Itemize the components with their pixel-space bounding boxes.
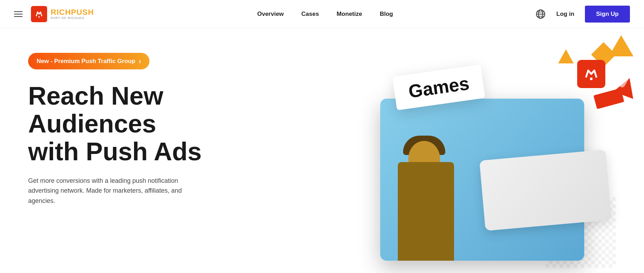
- navbar: RICHPUSH PART OF RICHADS Overview Cases …: [0, 0, 644, 28]
- nav-links: Overview Cases Monetize Blog: [115, 11, 535, 18]
- hero-visual: Games: [327, 28, 644, 273]
- badge-chevron: ›: [139, 57, 141, 65]
- circle-shape-1: [449, 232, 468, 252]
- cards-area: Games: [352, 49, 616, 268]
- svg-point-8: [590, 77, 593, 80]
- circle-shape-2: [543, 217, 556, 231]
- login-link[interactable]: Log in: [556, 11, 574, 18]
- red-triangle-1: [613, 74, 639, 99]
- hero-section: New - Premium Push Traffic Group › Reach…: [0, 28, 644, 273]
- nav-blog[interactable]: Blog: [380, 11, 393, 18]
- hero-title: Reach New Audiences with Push Ads: [28, 82, 202, 166]
- games-card: Games: [393, 64, 485, 110]
- character-soldier: [387, 148, 465, 261]
- logo-text: RICHPUSH PART OF RICHADS: [51, 8, 94, 20]
- richpush-phone-badge: [577, 60, 605, 88]
- triangle-shape-2: [582, 63, 602, 80]
- triangle-right-1: [440, 127, 454, 144]
- nav-overview[interactable]: Overview: [257, 11, 284, 18]
- signup-button[interactable]: Sign Up: [585, 6, 630, 23]
- logo[interactable]: RICHPUSH PART OF RICHADS: [31, 6, 94, 22]
- white-rect-1: [605, 60, 634, 88]
- triangle-shape-3: [558, 49, 574, 63]
- red-shape-2: [593, 88, 624, 109]
- triangle-shape-1: [609, 35, 633, 56]
- hamburger-menu[interactable]: [14, 11, 23, 17]
- nav-cases[interactable]: Cases: [301, 11, 319, 18]
- hero-description: Get more conversions with a leading push…: [28, 176, 197, 206]
- nav-monetize[interactable]: Monetize: [337, 11, 362, 18]
- secondary-card: [479, 150, 612, 231]
- logo-icon: [31, 6, 47, 22]
- hero-content: New - Premium Push Traffic Group › Reach…: [28, 49, 202, 206]
- svg-point-1: [38, 16, 40, 18]
- badge-text: New - Premium Push Traffic Group: [37, 58, 135, 65]
- phone-mockup: [380, 99, 584, 261]
- diamond-shape-2: [435, 187, 453, 205]
- premium-badge[interactable]: New - Premium Push Traffic Group ›: [28, 53, 149, 69]
- checker-pattern: [546, 197, 616, 268]
- svg-rect-7: [582, 65, 600, 83]
- nav-right: Log in Sign Up: [535, 6, 630, 23]
- diamond-shape-1: [591, 42, 616, 67]
- triangle-right-2: [421, 134, 433, 148]
- globe-icon[interactable]: [535, 9, 546, 19]
